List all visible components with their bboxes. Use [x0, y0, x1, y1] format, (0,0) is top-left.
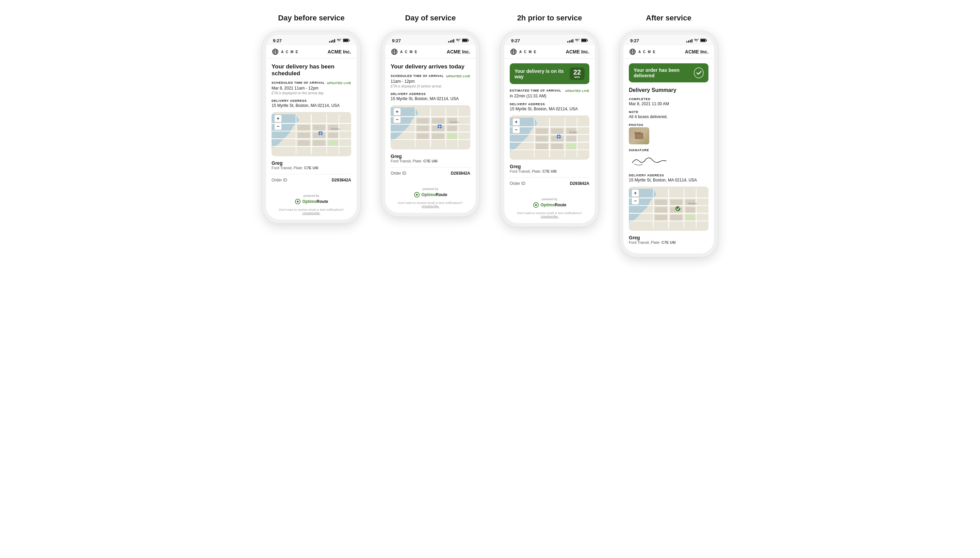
- unsub-link-1[interactable]: Unsubscribe.: [303, 212, 321, 215]
- map-zoom-in-2[interactable]: +: [393, 108, 401, 115]
- screen-footer-3: powered by OptimoRoute Don't want to rec…: [504, 195, 595, 223]
- svg-rect-17: [298, 125, 310, 130]
- arrival-value-1: Mar 8, 2021 11am - 12pm: [272, 86, 351, 90]
- phone-screen-1: 9:27: [266, 35, 357, 220]
- svg-rect-78: [536, 136, 548, 142]
- svg-rect-2: [344, 39, 348, 41]
- phone-screen-3: 9:27: [504, 35, 595, 223]
- arrival-label-2: Scheduled time of arrival: [391, 74, 444, 78]
- map-zoom-out-3[interactable]: −: [512, 126, 520, 133]
- phone-screen-2: 9:27: [385, 35, 476, 213]
- svg-rect-52: [447, 126, 457, 131]
- svg-point-121: [676, 206, 680, 211]
- page-container: Day before service 9:27: [245, 14, 735, 258]
- map-zoom-in-4[interactable]: +: [632, 189, 639, 197]
- optimo-logo-2: OptimoRoute: [414, 192, 447, 198]
- status-icons-3: [567, 38, 588, 43]
- app-header-4: A C M E ACME Inc.: [623, 45, 714, 59]
- svg-text:Boston: Boston: [331, 127, 340, 130]
- battery-icon: [343, 38, 350, 43]
- screen-content-2: Your delivery arrives today Scheduled ti…: [385, 59, 476, 185]
- svg-rect-79: [551, 128, 563, 134]
- status-icons-1: [329, 38, 350, 43]
- unsub-link-2[interactable]: Unsubscribe.: [422, 205, 440, 208]
- svg-rect-23: [298, 140, 310, 146]
- map-zoom-out-4[interactable]: −: [632, 197, 639, 205]
- svg-rect-85: [566, 144, 576, 149]
- globe-icon-4: [629, 48, 636, 56]
- svg-rect-61: [587, 40, 588, 41]
- powered-by-2: powered by: [391, 187, 470, 190]
- unsub-link-3[interactable]: Unsubscribe.: [541, 215, 559, 218]
- address-label-2: Delivery address: [391, 92, 470, 96]
- map-zoom-out-2[interactable]: −: [393, 116, 401, 123]
- signal-bar: [448, 41, 449, 43]
- status-time-1: 9:27: [273, 38, 282, 43]
- driver-vehicle-3: Ford Transit, Plate: C7E U6I: [510, 169, 589, 173]
- map-svg-4: Boston: [629, 187, 708, 231]
- optimo-text-1: OptimoRoute: [303, 199, 328, 204]
- svg-rect-25: [328, 140, 338, 146]
- svg-rect-118: [670, 215, 682, 220]
- signal-bar: [686, 41, 687, 43]
- photo-thumbnail: [629, 127, 649, 144]
- note-section: NOTE All 4 boxes delivered.: [629, 110, 708, 119]
- optimo-logo-1: OptimoRoute: [294, 199, 328, 205]
- svg-rect-48: [417, 126, 429, 131]
- map-controls-1[interactable]: + −: [274, 115, 282, 130]
- svg-text:Boston: Boston: [450, 120, 459, 123]
- summary-title: Delivery Summary: [629, 87, 708, 93]
- updated-live-2: UPDATED LIVE: [446, 75, 470, 78]
- map-zoom-in-3[interactable]: +: [512, 118, 520, 126]
- column-2h-prior: 2h prior to service 9:27: [495, 14, 604, 227]
- note-label: NOTE: [629, 110, 708, 114]
- powered-by-1: powered by: [272, 194, 351, 197]
- arrival-label-1: Scheduled time of arrival: [272, 81, 325, 84]
- svg-rect-113: [670, 200, 682, 205]
- address-value-1: 15 Myrtle St, Boston, MA 02114, USA: [272, 103, 351, 108]
- unsub-text-1: Don't want to receive email or text noti…: [272, 208, 351, 215]
- svg-rect-111: [655, 200, 667, 205]
- screen-content-4: Your order has been delivered Delivery S…: [623, 59, 714, 253]
- column-after: After service 9:27: [614, 14, 723, 258]
- svg-rect-19: [313, 125, 325, 130]
- svg-rect-101: [638, 132, 641, 134]
- signal-bar: [688, 41, 689, 43]
- info-section-address-1: Delivery address 15 Myrtle St, Boston, M…: [272, 99, 351, 108]
- map-controls-2[interactable]: + −: [393, 108, 401, 123]
- brand-name-4: A C M E: [638, 50, 656, 54]
- column-title-2h-prior: 2h prior to service: [517, 14, 582, 23]
- screen-content-1: Your delivery has been scheduled Schedul…: [266, 59, 357, 192]
- signal-bar: [452, 40, 453, 43]
- app-header-3: A C M E ACME Inc.: [504, 45, 595, 59]
- brand-logo-1: A C M E: [272, 48, 298, 56]
- status-time-4: 9:27: [630, 38, 639, 43]
- status-bar-3: 9:27: [504, 35, 595, 45]
- badge-label-3: MIN: [573, 75, 582, 79]
- signal-bar: [332, 40, 334, 43]
- svg-rect-91: [707, 40, 707, 41]
- column-title-after: After service: [646, 14, 691, 23]
- powered-by-3: powered by: [510, 197, 589, 201]
- updated-live-1: UPDATED LIVE: [327, 81, 351, 85]
- status-time-3: 9:27: [511, 38, 520, 43]
- map-zoom-out-1[interactable]: −: [274, 123, 282, 130]
- info-section-address-2: Delivery address 15 Myrtle St, Boston, M…: [391, 92, 470, 101]
- map-svg-2: Boston: [391, 105, 470, 149]
- signal-bar: [331, 41, 332, 43]
- map-zoom-in-1[interactable]: +: [274, 115, 282, 122]
- map-controls-4[interactable]: + −: [632, 189, 639, 205]
- badge-number-3: 22: [573, 69, 582, 75]
- note-value: All 4 boxes delivered.: [629, 114, 708, 119]
- svg-rect-92: [701, 39, 705, 41]
- map-controls-3[interactable]: + −: [512, 118, 520, 133]
- svg-rect-84: [551, 144, 563, 149]
- unsub-text-3: Don't want to receive email or text noti…: [510, 212, 589, 218]
- svg-rect-82: [566, 136, 576, 142]
- app-header-2: A C M E ACME Inc.: [385, 45, 476, 59]
- screen-footer-2: powered by OptimoRoute Don't want to rec…: [385, 185, 476, 213]
- screen-footer-1: powered by OptimoRoute Don't want to rec…: [266, 192, 357, 220]
- order-label-1: Order ID: [272, 178, 287, 182]
- address-value-2: 15 Myrtle St, Boston, MA 02114, USA: [391, 96, 470, 101]
- signal-bar: [567, 41, 568, 43]
